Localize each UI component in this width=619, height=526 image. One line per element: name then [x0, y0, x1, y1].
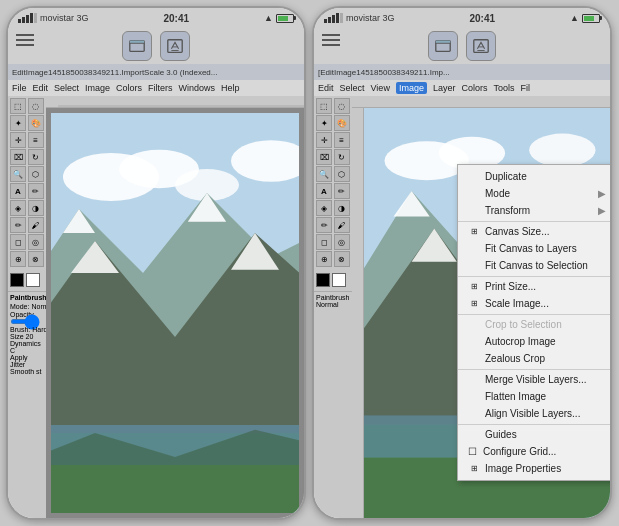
canvas-right: Duplicate Mode ▶ Transform ▶ ⊞ Canvas Si… — [352, 96, 610, 518]
carrier-right: movistar 3G — [324, 13, 395, 23]
tool-r-crop[interactable]: ⌧ — [316, 149, 332, 165]
menu-item-transform[interactable]: Transform ▶ — [458, 202, 610, 219]
align-visible-label: Align Visible Layers... — [485, 408, 580, 419]
tool-r-rect[interactable]: ⬚ — [316, 98, 332, 114]
menu-edit[interactable]: Edit — [33, 83, 49, 93]
brush-value: Hardl — [32, 326, 46, 333]
tool-heal[interactable]: ⊗ — [28, 251, 44, 267]
menu-colors[interactable]: Colors — [116, 83, 142, 93]
menu-windows[interactable]: Windows — [179, 83, 216, 93]
tool-pencil[interactable]: ✏ — [10, 217, 26, 233]
edit-button-right[interactable] — [466, 31, 496, 61]
tool-r-zoom[interactable]: 🔍 — [316, 166, 332, 182]
ruler-horizontal-left — [46, 96, 304, 108]
menu-image[interactable]: Image — [85, 83, 110, 93]
tool-eraser[interactable]: ◻ — [10, 234, 26, 250]
tool-shear[interactable]: ⬡ — [28, 166, 44, 182]
tool-path[interactable]: ✏ — [28, 183, 44, 199]
window-button-left[interactable] — [122, 31, 152, 61]
menu-item-guides[interactable]: Guides — [458, 424, 610, 443]
tool-r-align[interactable]: ≡ — [334, 132, 350, 148]
tool-text[interactable]: A — [10, 183, 26, 199]
menu-right-tools[interactable]: Tools — [493, 83, 514, 93]
menu-item-scale-image[interactable]: ⊞ Scale Image... — [458, 295, 610, 312]
menu-item-merge-visible[interactable]: Merge Visible Layers... — [458, 369, 610, 388]
tool-r-erase[interactable]: ◻ — [316, 234, 332, 250]
tool-r-shear[interactable]: ⬡ — [334, 166, 350, 182]
menu-filters[interactable]: Filters — [148, 83, 173, 93]
window-icon-right — [434, 37, 452, 55]
menu-bar-right[interactable]: Edit Select View Image Layer Colors Tool… — [314, 80, 610, 96]
menu-item-zealous[interactable]: Zealous Crop — [458, 350, 610, 367]
tool-r-path[interactable]: ✏ — [334, 183, 350, 199]
hamburger-menu-right[interactable] — [322, 34, 340, 46]
tool-rectangle-select[interactable]: ⬚ — [10, 98, 26, 114]
properties-label: Image Properties — [485, 463, 561, 474]
bg-color-right[interactable] — [332, 273, 346, 287]
tool-r-free[interactable]: ◌ — [334, 98, 350, 114]
fg-color-right[interactable] — [316, 273, 330, 287]
tool-rotate[interactable]: ↻ — [28, 149, 44, 165]
menu-file[interactable]: File — [12, 83, 27, 93]
menu-item-fit-layers[interactable]: Fit Canvas to Layers — [458, 240, 610, 257]
wifi-icon-right: ▲ — [570, 13, 579, 23]
menu-item-autocrop[interactable]: Autocrop Image — [458, 333, 610, 350]
menu-item-canvas-size[interactable]: ⊞ Canvas Size... — [458, 221, 610, 240]
tool-fuzzy-select[interactable]: ✦ — [10, 115, 26, 131]
menu-item-duplicate[interactable]: Duplicate — [458, 168, 610, 185]
smooth-label: Smooth st — [10, 368, 44, 375]
tool-r-move[interactable]: ✛ — [316, 132, 332, 148]
menu-item-fit-selection[interactable]: Fit Canvas to Selection — [458, 257, 610, 274]
mode-value: Normal — [31, 303, 46, 310]
tool-r-rotate[interactable]: ↻ — [334, 149, 350, 165]
tool-clone[interactable]: ⊕ — [10, 251, 26, 267]
tool-r-fuzzy[interactable]: ✦ — [316, 115, 332, 131]
menu-item-align-visible[interactable]: Align Visible Layers... — [458, 405, 610, 422]
menu-right-select[interactable]: Select — [340, 83, 365, 93]
menu-right-fil[interactable]: Fil — [520, 83, 530, 93]
foreground-color[interactable] — [10, 273, 24, 287]
menu-bar-left[interactable]: File Edit Select Image Colors Filters Wi… — [8, 80, 304, 96]
tool-r-clone[interactable]: ⊕ — [316, 251, 332, 267]
menu-right-view[interactable]: View — [371, 83, 390, 93]
tool-by-color[interactable]: 🎨 — [28, 115, 44, 131]
menu-select[interactable]: Select — [54, 83, 79, 93]
tool-paintbucket[interactable]: ◈ — [10, 200, 26, 216]
tool-airbrush[interactable]: ◎ — [28, 234, 44, 250]
tool-paintbrush[interactable]: 🖌 — [28, 217, 44, 233]
background-color[interactable] — [26, 273, 40, 287]
menu-item-flatten[interactable]: Flatten Image — [458, 388, 610, 405]
menu-help[interactable]: Help — [221, 83, 240, 93]
edit-button-left[interactable] — [160, 31, 190, 61]
tool-align[interactable]: ≡ — [28, 132, 44, 148]
tool-zoom[interactable]: 🔍 — [10, 166, 26, 182]
menu-right-edit[interactable]: Edit — [318, 83, 334, 93]
menu-right-colors[interactable]: Colors — [461, 83, 487, 93]
tool-move[interactable]: ✛ — [10, 132, 26, 148]
tool-blend[interactable]: ◑ — [28, 200, 44, 216]
window-button-right[interactable] — [428, 31, 458, 61]
menu-right-image[interactable]: Image — [396, 82, 427, 94]
tool-r-text[interactable]: A — [316, 183, 332, 199]
carrier-left: movistar 3G — [18, 13, 89, 23]
tool-crop[interactable]: ⌧ — [10, 149, 26, 165]
tool-r-brush[interactable]: 🖌 — [334, 217, 350, 233]
toolbox-left: ⬚ ◌ ✦ 🎨 ✛ ≡ ⌧ ↻ 🔍 ⬡ A ✏ ◈ ◑ — [8, 96, 46, 518]
menu-item-grid[interactable]: ☐ Configure Grid... — [458, 443, 610, 460]
canvas-size-label: Canvas Size... — [485, 226, 549, 237]
tool-free-select[interactable]: ◌ — [28, 98, 44, 114]
tool-r-air[interactable]: ◎ — [334, 234, 350, 250]
menu-item-mode[interactable]: Mode ▶ — [458, 185, 610, 202]
menu-item-properties[interactable]: ⊞ Image Properties — [458, 460, 610, 477]
tool-r-bucket[interactable]: ◈ — [316, 200, 332, 216]
hamburger-menu-left[interactable] — [16, 34, 34, 46]
svg-point-34 — [529, 134, 595, 167]
menu-right-layer[interactable]: Layer — [433, 83, 456, 93]
menu-item-print-size[interactable]: ⊞ Print Size... — [458, 276, 610, 295]
tool-r-pencil[interactable]: ✏ — [316, 217, 332, 233]
tool-r-blend[interactable]: ◑ — [334, 200, 350, 216]
menu-item-crop-selection[interactable]: Crop to Selection — [458, 314, 610, 333]
opacity-slider[interactable] — [10, 319, 40, 324]
tool-r-heal[interactable]: ⊗ — [334, 251, 350, 267]
tool-r-color[interactable]: 🎨 — [334, 115, 350, 131]
